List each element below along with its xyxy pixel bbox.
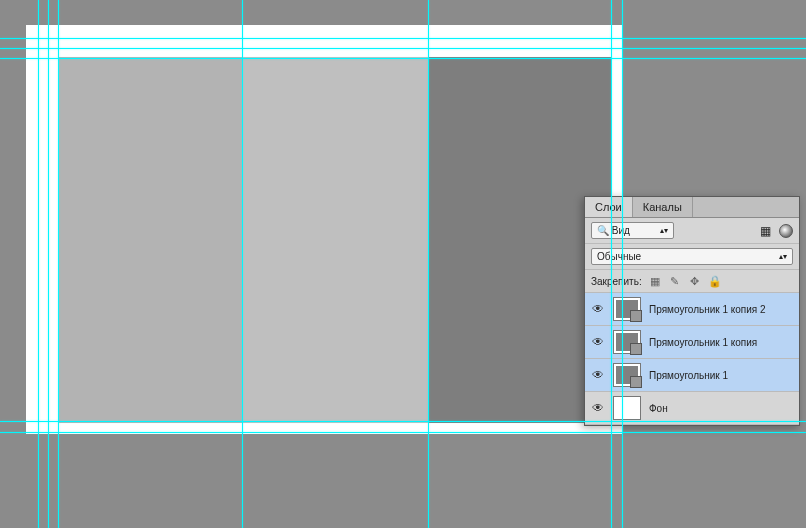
guide-vertical[interactable]: [611, 0, 612, 528]
layer-filter-select[interactable]: 🔍 Вид ▴▾: [591, 222, 674, 239]
layer-thumbnail: [613, 363, 641, 387]
lock-all-icon[interactable]: 🔒: [708, 274, 722, 288]
guide-vertical[interactable]: [48, 0, 49, 528]
layer-name-label: Фон: [649, 403, 793, 414]
blend-mode-label: Обычные: [597, 251, 641, 262]
visibility-eye-icon[interactable]: 👁: [591, 335, 605, 349]
filter-image-icon[interactable]: ▦: [757, 223, 773, 239]
guide-vertical[interactable]: [622, 0, 623, 528]
layer-thumbnail: [613, 396, 641, 420]
lock-label: Закрепить:: [591, 276, 642, 287]
lock-transparency-icon[interactable]: ▦: [648, 274, 662, 288]
guide-horizontal[interactable]: [0, 48, 806, 49]
dropdown-arrows-icon: ▴▾: [660, 227, 668, 235]
lock-position-icon[interactable]: ✥: [688, 274, 702, 288]
guide-vertical[interactable]: [242, 0, 243, 528]
workspace: Слои Каналы 🔍 Вид ▴▾ ▦ Обычные ▴▾ Закреп…: [0, 0, 806, 528]
layer-name-label: Прямоугольник 1 копия 2: [649, 304, 793, 315]
rect-shape-1[interactable]: [58, 57, 243, 423]
lock-pixels-icon[interactable]: ✎: [668, 274, 682, 288]
layer-row[interactable]: 👁Прямоугольник 1 копия 2: [585, 293, 799, 326]
dropdown-arrows-icon: ▴▾: [779, 253, 787, 261]
layers-panel: Слои Каналы 🔍 Вид ▴▾ ▦ Обычные ▴▾ Закреп…: [584, 196, 800, 426]
guide-vertical[interactable]: [428, 0, 429, 528]
tab-layers[interactable]: Слои: [585, 197, 633, 217]
rect-shape-2[interactable]: [243, 57, 428, 423]
guide-horizontal[interactable]: [0, 58, 806, 59]
tab-channels[interactable]: Каналы: [633, 197, 693, 217]
guide-horizontal[interactable]: [0, 38, 806, 39]
layer-row[interactable]: 👁Прямоугольник 1: [585, 359, 799, 392]
layers-list: 👁Прямоугольник 1 копия 2👁Прямоугольник 1…: [585, 293, 799, 425]
guide-horizontal[interactable]: [0, 432, 806, 433]
visibility-eye-icon[interactable]: 👁: [591, 401, 605, 415]
guide-vertical[interactable]: [38, 0, 39, 528]
layer-name-label: Прямоугольник 1 копия: [649, 337, 793, 348]
layer-row[interactable]: 👁Прямоугольник 1 копия: [585, 326, 799, 359]
layer-thumbnail: [613, 330, 641, 354]
visibility-eye-icon[interactable]: 👁: [591, 302, 605, 316]
visibility-eye-icon[interactable]: 👁: [591, 368, 605, 382]
layer-name-label: Прямоугольник 1: [649, 370, 793, 381]
canvas[interactable]: [26, 25, 622, 434]
filter-toggle-icon[interactable]: [779, 224, 793, 238]
guide-vertical[interactable]: [58, 0, 59, 528]
lock-row: Закрепить: ▦ ✎ ✥ 🔒: [585, 270, 799, 293]
guide-horizontal[interactable]: [0, 421, 806, 422]
layer-thumbnail: [613, 297, 641, 321]
panel-tabbar: Слои Каналы: [585, 197, 799, 218]
filter-label: Вид: [612, 225, 630, 236]
